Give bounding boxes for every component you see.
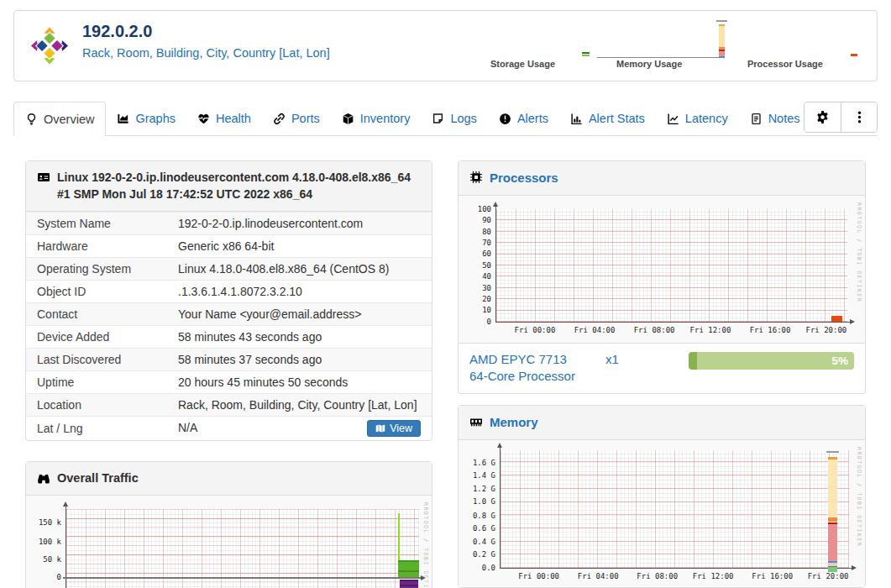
tab-health[interactable]: Health	[186, 102, 262, 135]
x-axis-tick: Fri 20:00	[808, 572, 849, 580]
traffic-graph[interactable]: 150 k100 k50 k0 RRDTOOL / TOBI OETIKER	[26, 496, 432, 588]
tab-alert-stats[interactable]: Alert Stats	[559, 102, 656, 135]
y-axis-tick: 1.0 G	[473, 497, 495, 506]
table-row: Device Added58 minutes 43 seconds ago	[26, 325, 432, 348]
system-description: Linux 192-0-2-0.ip.linodeusercontent.com…	[57, 169, 421, 203]
chart-area-icon	[117, 113, 129, 125]
y-axis-tick: 1.4 G	[473, 471, 495, 480]
row-value: 58 minutes 37 seconds ago	[167, 348, 432, 370]
binoculars-icon	[37, 471, 50, 485]
x-axis-tick: Fri 00:00	[515, 326, 556, 334]
row-value: 58 minutes 43 seconds ago	[167, 325, 432, 348]
row-value: 192-0-2-0.ip.linodeusercontent.com	[167, 212, 432, 234]
y-axis-tick: 0.6 G	[473, 524, 495, 533]
tab-graphs[interactable]: Graphs	[106, 102, 186, 135]
mini-memory-baseline	[597, 57, 725, 58]
y-axis-tick: 0.4 G	[473, 538, 495, 546]
view-button-label: View	[390, 423, 412, 434]
mini-storage-graph[interactable]	[582, 52, 590, 57]
row-value: Your Name <your@email.address>	[167, 302, 432, 325]
x-axis-tick: Fri 12:00	[690, 326, 731, 334]
tab-latency-label: Latency	[685, 112, 728, 125]
memory-panel-header: Memory	[459, 406, 865, 440]
y-axis-tick: 0.8 G	[473, 512, 495, 520]
tab-graphs-label: Graphs	[135, 112, 176, 125]
y-axis-tick: 1.6 G	[473, 459, 495, 467]
tab-overview[interactable]: Overview	[13, 102, 106, 136]
processors-panel-title-link[interactable]: Processors	[490, 169, 558, 187]
y-axis-tick: 0.0	[482, 564, 495, 572]
mini-storage-label: Storage Usage	[490, 59, 555, 69]
row-value: 20 hours 45 minutes 50 seconds	[167, 370, 432, 393]
id-card-icon	[37, 171, 50, 184]
system-attributes-table: System Name192-0-2-0.ip.linodeuserconten…	[26, 212, 432, 440]
processors-graph[interactable]: 1009080706050403020100Fri 00:00Fri 04:00…	[459, 196, 865, 343]
tab-ports[interactable]: Ports	[262, 102, 331, 135]
rrdtool-watermark: RRDTOOL / TOBI OETIKER	[422, 502, 429, 588]
traffic-zero-axis	[63, 577, 424, 579]
device-overview-page: 192.0.2.0 Rack, Room, Building, City, Co…	[0, 0, 891, 588]
cpu-count-link[interactable]: x1	[605, 352, 619, 366]
x-axis-tick: Fri 04:00	[574, 326, 616, 334]
device-more-menu-button[interactable]	[841, 102, 877, 132]
tab-notes-label: Notes	[768, 112, 800, 125]
kebab-icon	[852, 110, 867, 124]
view-map-button[interactable]: View	[367, 420, 421, 437]
memory-icon	[469, 415, 483, 428]
link-icon	[273, 113, 286, 125]
memory-panel-title-link[interactable]: Memory	[490, 413, 538, 432]
exclamation-circle-icon	[499, 113, 511, 125]
x-axis-tick: Fri 00:00	[518, 572, 559, 580]
centos-logo	[31, 27, 68, 65]
table-row: ContactYour Name <your@email.address>	[26, 302, 432, 325]
device-settings-button[interactable]	[805, 102, 841, 132]
processors-plot: 1009080706050403020100Fri 00:00Fri 04:00…	[496, 209, 847, 322]
row-label: Lat / Lng	[26, 416, 167, 440]
tab-logs-label: Logs	[450, 112, 476, 125]
memory-graph[interactable]: 1.6 G1.4 G1.2 G1.0 G0.8 G0.6 G0.4 G0.2 G…	[459, 440, 865, 587]
mini-processor-graph[interactable]	[851, 54, 857, 56]
cpu-list-row: AMD EPYC 7713 x1 64-Core Processor 5%	[459, 343, 865, 393]
tab-inventory[interactable]: Inventory	[331, 102, 422, 135]
y-axis-tick: 20	[482, 295, 491, 303]
tab-health-label: Health	[216, 112, 251, 125]
row-label: Hardware	[26, 234, 167, 257]
file-lines-icon	[750, 113, 763, 125]
y-axis-tick: 40	[482, 272, 491, 281]
cpu-name-line2-link[interactable]: 64-Core Processor	[469, 369, 575, 383]
y-axis-tick: 0	[57, 573, 61, 581]
y-axis-tick: 100	[478, 205, 491, 213]
system-panel-header: Linux 192-0-2-0.ip.linodeusercontent.com…	[26, 161, 432, 212]
tab-notes[interactable]: Notes	[739, 102, 811, 135]
rrdtool-watermark: RRDTOOL / TOBI OETIKER	[856, 447, 862, 547]
tab-alerts[interactable]: Alerts	[488, 102, 559, 135]
table-row: Lat / Lng N/A View	[26, 416, 432, 440]
x-axis-tick: Fri 20:00	[806, 326, 847, 334]
x-axis-tick: Fri 16:00	[750, 326, 791, 334]
cpu-name-link[interactable]: AMD EPYC 7713	[469, 352, 567, 366]
processors-panel: Processors 1009080706050403020100Fri 00:…	[458, 160, 866, 394]
y-axis-tick: 50	[482, 261, 491, 270]
tab-logs[interactable]: Logs	[421, 102, 487, 135]
traffic-panel-title: Overall Traffic	[57, 470, 139, 487]
traffic-panel: Overall Traffic 150 k100 k50 k0 RRDTOOL …	[25, 461, 432, 588]
map-icon	[375, 423, 385, 433]
tab-alert-stats-label: Alert Stats	[589, 112, 645, 125]
table-row: Uptime20 hours 45 minutes 50 seconds	[26, 370, 432, 393]
y-axis-tick: 50 k	[43, 555, 61, 564]
x-axis-tick: Fri 04:00	[578, 572, 619, 580]
device-tab-bar: Overview Graphs Health Ports Inventory L…	[13, 102, 878, 136]
gear-icon	[815, 110, 830, 124]
tab-latency[interactable]: Latency	[656, 102, 739, 135]
mini-memory-graph[interactable]	[716, 20, 729, 59]
traffic-outbound-area	[400, 580, 418, 588]
tab-ports-label: Ports	[291, 112, 320, 125]
y-axis-tick: 150 k	[39, 518, 61, 527]
tab-alerts-label: Alerts	[517, 112, 548, 125]
row-value: .1.3.6.1.4.1.8072.3.2.10	[167, 280, 432, 302]
sticky-note-icon	[432, 113, 444, 125]
tab-inventory-label: Inventory	[360, 112, 411, 125]
device-location-link[interactable]: Rack, Room, Building, City, Country [Lat…	[82, 46, 330, 60]
cpu-usage-spike	[831, 316, 842, 322]
memory-plot: 1.6 G1.4 G1.2 G1.0 G0.8 G0.6 G0.4 G0.2 G…	[501, 450, 849, 568]
